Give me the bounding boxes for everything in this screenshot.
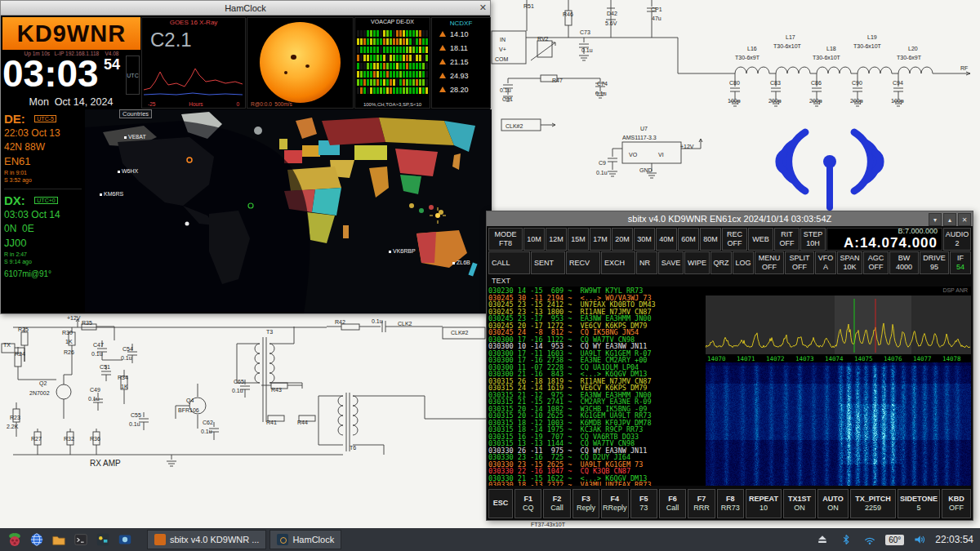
sbitx-fkey-f4[interactable]: F4RReply — [601, 489, 628, 518]
sbitx-button-exch[interactable]: EXCH — [601, 251, 635, 274]
close-icon[interactable]: ✕ — [958, 213, 971, 226]
schematic-label: C65 — [234, 379, 244, 384]
sbitx-fkey-esc[interactable]: ESC — [488, 489, 513, 518]
taskbar-window-button[interactable]: HamClock — [270, 530, 341, 549]
sbitx-button-mode[interactable]: MODEFT8 — [488, 228, 523, 251]
sbitx-fkey-f6[interactable]: F6Call — [659, 489, 686, 518]
sbitx-button-log[interactable]: LOG — [733, 251, 754, 274]
sbitx-button-40m[interactable]: 40M — [656, 228, 677, 251]
sbitx-button-rec[interactable]: RECOFF — [722, 228, 747, 251]
hamclock-timezone[interactable]: UTC — [126, 56, 140, 95]
map-tab-countries[interactable]: Countries — [119, 109, 152, 118]
sbitx-fkey-auto[interactable]: AUTOON — [817, 489, 849, 518]
beacon-triangle-icon — [439, 87, 446, 92]
camera-app-icon[interactable] — [117, 531, 133, 548]
ft8-decode-list[interactable]: 030230 14 -15 609 ~ RW9WT K7YL RR7303024… — [488, 287, 706, 486]
sbitx-button-agc[interactable]: AGCOFF — [863, 251, 889, 274]
maximize-icon[interactable]: ▴ — [943, 213, 956, 226]
hamclock-world-map[interactable]: Countries VE8ATW6HXKM6RSVK6RBPZL6B — [85, 109, 492, 313]
sbitx-button-qrz[interactable]: QRZ — [710, 251, 732, 274]
dsp-anr-label: DSP ANR — [942, 287, 968, 293]
file-manager-icon[interactable] — [51, 531, 67, 548]
schematic-label: CLK#2 — [451, 330, 468, 335]
hamclock-ncdxf-pane[interactable]: NCDXF 14.1018.1121.1524.9328.20 — [431, 17, 491, 109]
sbitx-fkey-f7[interactable]: F7RRR — [688, 489, 715, 518]
web-browser-icon[interactable] — [29, 531, 45, 548]
sbitx-button-menu[interactable]: MENUOFF — [755, 251, 784, 274]
sbitx-fkey-kbd[interactable]: KBDOFF — [942, 489, 971, 518]
sbitx-button-step[interactable]: STEP10H — [800, 228, 826, 251]
sbitx-fkey-repeat[interactable]: REPEAT10 — [746, 489, 782, 518]
schematic-label: RX AMP — [90, 460, 121, 468]
cpu-temperature-widget[interactable]: 60° — [885, 535, 904, 545]
de-label[interactable]: DE: — [4, 112, 25, 126]
sbitx-button-rit[interactable]: RITOFF — [774, 228, 800, 251]
sbitx-button-web[interactable]: WEB — [748, 228, 773, 251]
hamclock-time[interactable]: 03:03 — [2, 55, 99, 92]
sbitx-button-80m[interactable]: 80M — [700, 228, 721, 251]
button-label: STEP — [804, 230, 823, 239]
decode-line[interactable]: 030330 18 -13 2372 ~ VA3MU UN7EAX RR73 — [488, 482, 706, 486]
hamclock-callsign[interactable]: KD9WNR — [2, 17, 140, 50]
sbitx-button-12m[interactable]: 12M — [546, 228, 567, 251]
sbitx-titlebar[interactable]: sbitx v4.0 KD9WNR EN61cx 2024/10/14 03:0… — [487, 211, 973, 226]
spectrum-display[interactable] — [706, 295, 971, 354]
sbitx-button-20m[interactable]: 20M — [612, 228, 633, 251]
sbitx-button-span[interactable]: SPAN10K — [837, 251, 862, 274]
sbitx-button-17m[interactable]: 17M — [590, 228, 611, 251]
sbitx-fkey-tx-pitch[interactable]: TX_PITCH2259 — [850, 489, 896, 518]
sbitx-fkey-f1[interactable]: F1CQ — [514, 489, 541, 518]
sbitx-fkey-f5[interactable]: F573 — [630, 489, 657, 518]
fkey-value: ON — [794, 504, 805, 513]
sbitx-button-if[interactable]: IF54 — [950, 251, 971, 274]
sbitx-fkey-f8[interactable]: F8RR73 — [717, 489, 744, 518]
eject-icon[interactable] — [814, 531, 831, 548]
sbitx-button-bw[interactable]: BW4000 — [889, 251, 919, 274]
dx-timezone[interactable]: UTC+0 — [34, 197, 57, 204]
sbitx-button-60m[interactable]: 60M — [678, 228, 699, 251]
sbitx-button-wipe[interactable]: WIPE — [684, 251, 710, 274]
button-value: OFF — [728, 239, 742, 248]
utility-app-icon[interactable] — [95, 531, 111, 548]
schematic-label: R34 — [118, 375, 128, 380]
sbitx-button-nr[interactable]: NR — [636, 251, 657, 274]
bluetooth-icon[interactable] — [838, 531, 854, 548]
hamclock-titlebar[interactable]: HamClock ✕ — [1, 1, 490, 16]
close-icon[interactable]: ✕ — [479, 1, 487, 15]
sbitx-button-15m[interactable]: 15M — [568, 228, 589, 251]
volume-icon[interactable] — [911, 531, 928, 548]
sbitx-button-vfo[interactable]: VFOA — [815, 251, 836, 274]
sbitx-button-10m[interactable]: 10M — [523, 228, 545, 251]
hamclock-voacap-pane[interactable]: VOACAP DE-DX 100%,CH,TOA>3,SP,S<10 — [354, 17, 430, 109]
waterfall-display[interactable] — [706, 362, 971, 486]
sbitx-button-sent[interactable]: SENT — [531, 251, 565, 274]
sbitx-button-30m[interactable]: 30M — [634, 228, 655, 251]
sbitx-fkey-f3[interactable]: F3Reply — [572, 489, 599, 518]
sbitx-button-save[interactable]: SAVE — [658, 251, 684, 274]
schematic-label: C74 — [597, 81, 608, 87]
schematic-label: 0.1u — [201, 429, 212, 434]
raspberry-pi-menu-icon[interactable] — [7, 531, 23, 548]
divider — [4, 189, 82, 189]
button-label: 20M — [615, 235, 630, 244]
de-timezone[interactable]: UTC-5 — [34, 115, 56, 122]
sbitx-button-drive[interactable]: DRIVE95 — [920, 251, 949, 274]
taskbar-clock[interactable]: 22:03:54 — [935, 534, 973, 545]
vfo-frequency-display[interactable]: B:7.000.000 A:14.074.000 — [826, 228, 942, 251]
hamclock-date[interactable]: Mon Oct 14, 2024 — [1, 96, 141, 108]
wifi-icon[interactable] — [862, 531, 878, 548]
sbitx-button-call[interactable]: CALL — [488, 251, 530, 274]
sbitx-button-split[interactable]: SPLITOFF — [785, 251, 814, 274]
dx-label[interactable]: DX: — [4, 193, 25, 207]
hamclock-xray-pane[interactable]: GOES 16 X-Ray C2.1 -25 Hours 0 — [141, 17, 246, 109]
terminal-icon[interactable] — [73, 531, 89, 548]
fkey-label: F3 — [581, 495, 590, 504]
sbitx-fkey-tx1st[interactable]: TX1STON — [783, 489, 816, 518]
sbitx-button-recv[interactable]: RECV — [566, 251, 600, 274]
sbitx-fkey-sidetone[interactable]: SIDETONE5 — [898, 489, 940, 518]
minimize-icon[interactable]: ▾ — [929, 213, 942, 226]
taskbar-window-button[interactable]: sbitx v4.0 KD9WNR ... — [147, 530, 266, 549]
sbitx-fkey-f2[interactable]: F2Call — [543, 489, 570, 518]
hamclock-sun-pane[interactable]: R@0:0.0 500m/s — [247, 17, 354, 109]
audio-button[interactable]: AUDIO 2 — [943, 228, 971, 251]
